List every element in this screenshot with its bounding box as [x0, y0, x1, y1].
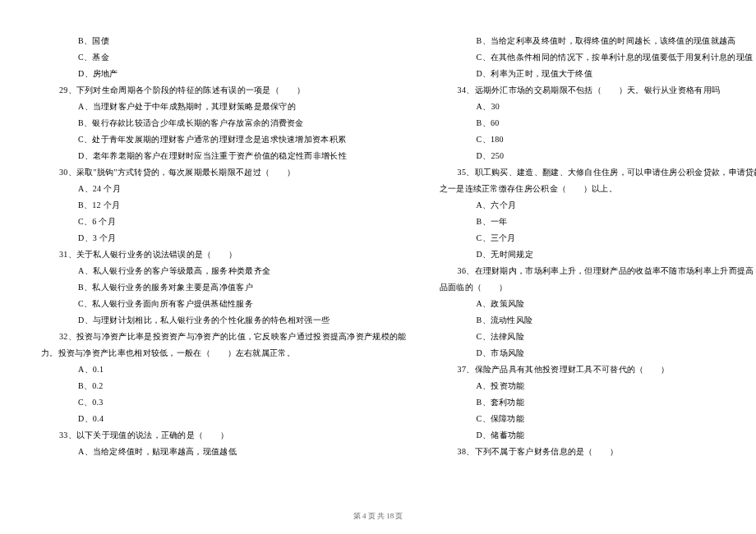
text-line: A、当理财客户处于中年成熟期时，其理财策略是最保守的 — [41, 99, 407, 115]
text-line: C、保障功能 — [440, 411, 756, 427]
text-line: A、当给定终值时，贴现率越高，现值越低 — [41, 444, 407, 460]
text-line: B、银行存款比较适合少年成长期的客户存放富余的消费资金 — [41, 115, 407, 131]
text-line: D、无时间规定 — [440, 246, 756, 263]
text-line: 32、投资与净资产比率是投资资产与净资产的比值，它反映客户通过投资提高净资产规模… — [41, 329, 407, 345]
text-line: A、政策风险 — [440, 296, 756, 312]
text-line: 38、下列不属于客户财务信息的是（ ） — [440, 444, 756, 460]
text-line: 36、在理财期内，市场利率上升，但理财产品的收益率不随市场利率上升而提高，这是理… — [440, 263, 756, 279]
text-line: A、私人银行业务的客户等级最高，服务种类最齐全 — [41, 263, 407, 279]
text-line: 29、下列对生命周期各个阶段的特征的陈述有误的一项是（ ） — [41, 82, 407, 99]
text-line: 之一是连续正常缴存住房公积金（ ）以上。 — [440, 181, 756, 197]
text-line: C、法律风险 — [440, 329, 756, 345]
text-line: B、一年 — [440, 214, 756, 230]
text-line: C、在其他条件相同的情况下，按单利计息的现值要低于用复利计息的现值 — [440, 49, 756, 66]
text-line: C、处于青年发展期的理财客户通常的理财理念是追求快速增加资本积累 — [41, 131, 407, 148]
text-line: A、0.1 — [41, 361, 407, 378]
text-line: C、基金 — [41, 49, 407, 66]
text-line: B、国债 — [41, 33, 407, 49]
text-line: C、三个月 — [440, 230, 756, 246]
text-line: 30、采取"脱钩"方式转贷的，每次展期最长期限不超过（ ） — [41, 164, 407, 181]
text-line: 力。投资与净资产比率也相对较低，一般在（ ）左右就属正常。 — [41, 345, 407, 361]
text-line: B、12 个月 — [41, 197, 407, 214]
text-line: B、私人银行业务的服务对象主要是高净值客户 — [41, 279, 407, 296]
text-line: B、流动性风险 — [440, 312, 756, 329]
text-line: 34、远期外汇市场的交易期限不包括（ ）天。银行从业资格有用吗 — [440, 82, 756, 99]
text-line: B、当给定利率及终值时，取得终值的时间越长，该终值的现值就越高 — [440, 33, 756, 49]
text-line: D、与理财计划相比，私人银行业务的个性化服务的特色相对强一些 — [41, 312, 407, 329]
text-line: C、0.3 — [41, 394, 407, 411]
text-line: D、市场风险 — [440, 345, 756, 361]
text-line: D、利率为正时，现值大于终值 — [440, 66, 756, 82]
text-line: C、6 个月 — [41, 214, 407, 230]
text-line: B、套利功能 — [440, 394, 756, 411]
text-line: D、0.4 — [41, 411, 407, 427]
text-line: B、60 — [440, 115, 756, 131]
page-footer: 第 4 页 共 18 页 — [0, 511, 756, 522]
text-line: A、投资功能 — [440, 378, 756, 394]
right-column: B、当给定利率及终值时，取得终值的时间越长，该终值的现值就越高C、在其他条件相同… — [440, 33, 756, 460]
text-line: A、24 个月 — [41, 181, 407, 197]
text-line: 35、职工购买、建造、翻建、大修自住住房，可以申请住房公积金贷款，申请贷款应具备… — [440, 164, 756, 181]
text-line: D、房地产 — [41, 66, 407, 82]
text-line: D、250 — [440, 148, 756, 164]
text-line: 品面临的（ ） — [440, 279, 756, 296]
text-line: D、储蓄功能 — [440, 427, 756, 444]
page-container: B、国债C、基金D、房地产29、下列对生命周期各个阶段的特征的陈述有误的一项是（… — [0, 0, 756, 485]
text-line: A、30 — [440, 99, 756, 115]
text-line: C、180 — [440, 131, 756, 148]
text-line: C、私人银行业务面向所有客户提供基础性服务 — [41, 296, 407, 312]
text-line: D、老年养老期的客户在理财时应当注重于资产价值的稳定性而非增长性 — [41, 148, 407, 164]
left-column: B、国债C、基金D、房地产29、下列对生命周期各个阶段的特征的陈述有误的一项是（… — [41, 33, 407, 460]
text-line: B、0.2 — [41, 378, 407, 394]
text-line: 31、关于私人银行业务的说法错误的是（ ） — [41, 246, 407, 263]
text-line: 33、以下关于现值的说法，正确的是（ ） — [41, 427, 407, 444]
text-line: A、六个月 — [440, 197, 756, 214]
text-line: 37、保险产品具有其他投资理财工具不可替代的（ ） — [440, 361, 756, 378]
text-line: D、3 个月 — [41, 230, 407, 246]
